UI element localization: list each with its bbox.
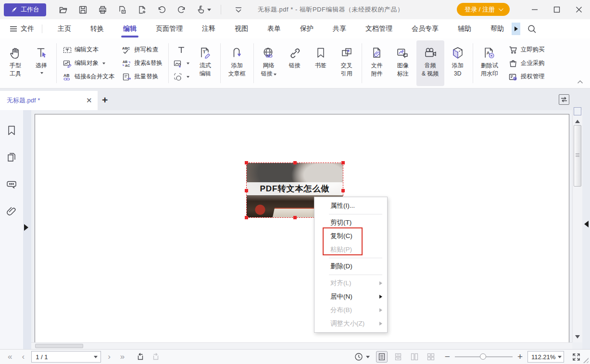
horizontal-scrollbar-thumb[interactable] [35,344,83,348]
zoom-level-combobox[interactable]: 112.21% [527,351,564,363]
link-button[interactable]: 链接 [282,40,307,86]
zoom-slider-thumb[interactable] [480,353,486,360]
menu-item-delete[interactable]: 删除(D) [314,260,387,273]
zoom-slider[interactable] [455,356,513,357]
link-merge-text-button[interactable]: AB 链接&合并文本 [61,71,116,83]
resize-handle-s[interactable] [293,216,297,219]
minimize-button[interactable] [524,0,546,19]
next-page-button[interactable]: › [108,352,111,362]
web-link-button[interactable]: 网络 链接 [256,40,281,86]
add-image-button[interactable] [172,58,191,69]
resize-handle-e[interactable] [341,189,345,192]
tab-close-icon[interactable]: ✕ [86,96,98,105]
select-tool-button[interactable]: 选择 [29,40,54,86]
undo-icon[interactable] [157,5,166,14]
tab-member[interactable]: 会员专享 [405,19,445,38]
tab-help[interactable]: 帮助 [484,19,511,38]
flow-edit-button[interactable]: T 流式 编辑 [193,40,218,86]
menu-item-cut[interactable]: 剪切(T) [314,216,387,229]
window-resize-grip[interactable] [582,356,589,363]
spell-check-button[interactable]: ABC 拼写检查 [120,44,164,56]
resize-handle-nw[interactable] [245,161,248,164]
tab-edit[interactable]: 编辑 [116,19,143,38]
resize-handle-n[interactable] [293,161,297,164]
attachments-panel-icon[interactable] [6,205,17,217]
add-shape-button[interactable] [172,71,191,83]
add-3d-button[interactable]: 添加 3D [445,40,470,86]
tab-page-manage[interactable]: 页面管理 [149,19,189,38]
batch-replace-button[interactable]: 批量替换 [120,71,164,83]
menu-item-center[interactable]: 居中(N) [314,290,387,303]
tab-share[interactable]: 共享 [326,19,353,38]
collapse-ribbon-icon[interactable] [577,80,583,84]
switch-tabs-icon[interactable] [559,94,569,105]
menu-overflow-button[interactable] [512,23,520,35]
horizontal-scrollbar[interactable] [31,342,572,349]
tab-home[interactable]: 主页 [51,19,78,38]
file-attachment-button[interactable]: 文件 附件 [364,40,389,86]
bookmarks-panel-icon[interactable] [6,125,17,136]
zoom-combobox-caret[interactable] [555,356,564,358]
fullscreen-button[interactable] [571,351,581,362]
edit-object-button[interactable]: 编辑对象 [61,58,116,69]
facing-view-button[interactable] [409,351,420,363]
first-page-button[interactable]: « [8,352,12,362]
buy-now-button[interactable]: 立即购买 [507,44,547,56]
login-register-button[interactable]: 登录 / 注册 [457,3,510,16]
bookmark-button[interactable]: 书签 [308,40,333,86]
tab-accessibility[interactable]: 辅助 [451,19,478,38]
new-file-icon[interactable] [138,5,147,14]
last-page-button[interactable]: » [120,352,125,362]
new-tab-button[interactable]: + [102,94,108,106]
expand-right-panel-handle[interactable] [584,221,589,227]
prev-page-button[interactable]: ‹ [22,352,25,362]
single-page-view-button[interactable] [376,351,388,363]
close-file-icon[interactable] [118,5,127,14]
search-replace-button[interactable]: ABAC 搜索&替换 [120,58,164,69]
resize-handle-sw[interactable] [245,216,248,219]
continuous-view-button[interactable] [392,351,404,363]
add-article-box-button[interactable]: 添加 文章框 [223,40,251,86]
print-icon[interactable] [98,5,107,14]
menu-item-copy[interactable]: 复制(C) [314,229,387,243]
zoom-out-button[interactable]: − [445,351,450,362]
tab-protect[interactable]: 保护 [293,19,320,38]
expand-left-panel-handle[interactable] [24,224,28,231]
tab-doc-manage[interactable]: 文档管理 [359,19,399,38]
license-manage-button[interactable]: 授权管理 [507,71,547,83]
touch-mode-icon[interactable] [197,5,211,14]
image-annotation-button[interactable]: 图像 标注 [390,40,415,86]
previous-view-button[interactable] [135,351,146,362]
tab-comment[interactable]: 注释 [195,19,222,38]
scroll-up-arrow[interactable] [575,120,580,123]
resize-handle-ne[interactable] [341,161,345,164]
save-icon[interactable] [78,5,88,14]
hand-tool-button[interactable]: 手型 工具 [3,40,28,86]
menu-item-properties[interactable]: 属性(I)... [314,199,387,213]
file-menu[interactable]: 文件 [10,25,34,33]
vertical-scrollbar[interactable] [572,110,582,342]
page-combobox-caret[interactable] [91,356,100,358]
open-file-icon[interactable] [59,5,68,14]
add-text-button[interactable] [172,44,191,56]
maximize-button[interactable] [546,0,568,19]
tab-view[interactable]: 视图 [228,19,255,38]
workbench-button[interactable]: 工作台 [4,3,46,16]
cross-reference-button[interactable]: 交叉 引用 [334,40,359,86]
edit-text-button[interactable]: 编辑文本 [61,44,116,56]
reading-history-button[interactable] [353,351,364,362]
pages-panel-icon[interactable] [6,151,17,163]
comments-panel-icon[interactable] [6,178,17,190]
tab-form[interactable]: 表单 [261,19,288,38]
audio-video-button[interactable]: 音频 & 视频 [416,40,444,86]
close-button[interactable] [568,0,590,19]
zoom-in-button[interactable]: + [517,351,523,362]
collapse-toolbar-icon[interactable] [234,6,243,13]
enterprise-purchase-button[interactable]: 企业采购 [507,58,547,69]
page-number-combobox[interactable]: 1 / 1 [31,351,101,363]
scrollbar-split-box[interactable] [574,107,581,115]
resize-handle-w[interactable] [245,189,248,192]
facing-continuous-view-button[interactable] [425,351,437,363]
vertical-scrollbar-thumb[interactable] [574,125,581,187]
search-icon[interactable] [527,24,537,34]
